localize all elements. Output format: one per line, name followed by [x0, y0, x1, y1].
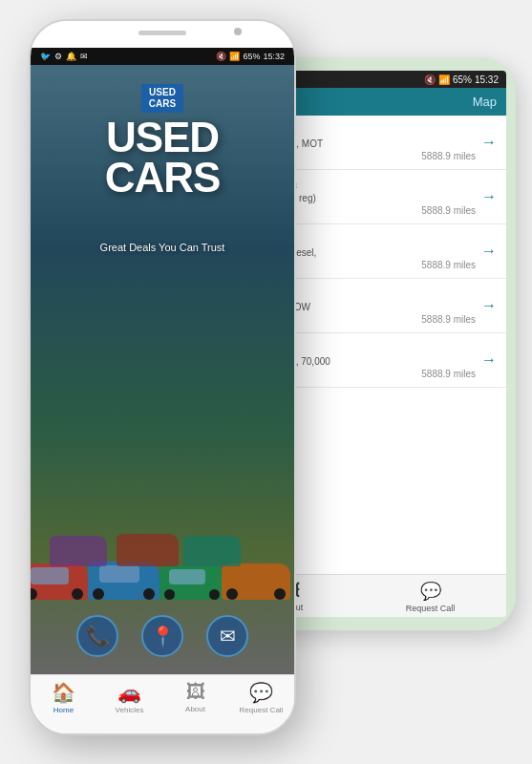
mute-icon: 🔇 — [424, 74, 436, 85]
car-item-arrow: → — [481, 134, 497, 151]
time-display: 15:32 — [475, 74, 499, 85]
gear-icon: ⚙ — [54, 52, 62, 61]
request-call-nav-label: Request Call — [240, 706, 284, 714]
about-nav-icon: 🖼 — [186, 681, 205, 703]
request-call-icon: 💬 — [420, 581, 441, 602]
logo-line1: USED — [149, 87, 176, 98]
mail-icon: ✉ — [80, 52, 88, 61]
battery-text: 65% — [453, 74, 472, 85]
hero-section: USED CARS USEDCARS Great Deals You Can T… — [31, 65, 294, 674]
vehicles-icon: 🚗 — [117, 681, 141, 704]
mute-status-icon: 🔇 — [216, 52, 226, 61]
hero-actions: 📞 📍 ✉ — [76, 615, 248, 657]
car-item-arrow: → — [481, 243, 497, 260]
speaker-grille — [138, 31, 186, 35]
front-camera — [234, 28, 242, 35]
hero-tagline: Great Deals You Can Trust — [100, 242, 225, 253]
home-label: Home — [53, 706, 74, 714]
nav-home[interactable]: 🏠 Home — [39, 681, 89, 714]
nav-vehicles[interactable]: 🚗 Vehicles — [105, 681, 155, 714]
twitter-icon: 🐦 — [40, 52, 51, 61]
phone-button[interactable]: 📞 — [76, 615, 118, 657]
hero-title: USEDCARS — [105, 117, 221, 198]
used-cars-logo: USED CARS — [141, 84, 183, 113]
car-item-arrow: → — [481, 351, 497, 369]
status-left: 🐦 ⚙ 🔔 ✉ — [40, 52, 88, 61]
clock: 15:32 — [263, 52, 285, 61]
phone-icon: 📞 — [86, 625, 110, 647]
email-button[interactable]: ✉ — [206, 615, 248, 657]
signal-icon: 📶 — [229, 52, 240, 61]
iphone-status-bar: 🐦 ⚙ 🔔 ✉ 🔇 📶 65% 15:32 — [31, 48, 294, 65]
scene: 🔇 📶 65% 15:32 Ford Map RS 2000 k, Blue, … — [0, 0, 532, 764]
map-link[interactable]: Map — [473, 95, 497, 109]
vehicles-label: Vehicles — [116, 706, 144, 714]
nav-about[interactable]: 🖼 About — [171, 681, 221, 713]
front-phone: 🐦 ⚙ 🔔 ✉ 🔇 📶 65% 15:32 — [29, 19, 296, 735]
location-icon: 📍 — [151, 625, 175, 647]
logo-line2: CARS — [149, 98, 176, 110]
status-right: 🔇 📶 65% 15:32 — [216, 52, 285, 61]
iphone-top — [31, 21, 294, 48]
car-item-arrow: → — [481, 297, 497, 314]
location-button[interactable]: 📍 — [141, 615, 183, 657]
back-tab-request-call[interactable]: 💬 Request Call — [406, 581, 456, 613]
request-call-label: Request Call — [406, 604, 456, 613]
home-icon: 🏠 — [52, 681, 75, 704]
nav-request-call[interactable]: 💬 Request Call — [237, 681, 287, 714]
wifi-icon: 📶 — [438, 74, 450, 85]
car-item-arrow: → — [481, 188, 497, 205]
iphone-screen: USED CARS USEDCARS Great Deals You Can T… — [31, 65, 294, 674]
battery-percent: 65% — [243, 52, 260, 61]
bell-icon: 🔔 — [66, 52, 76, 61]
iphone-nav: 🏠 Home 🚗 Vehicles 🖼 About 💬 Request Call — [31, 674, 294, 733]
status-icons: 🔇 📶 65% 15:32 — [424, 74, 499, 85]
request-call-nav-icon: 💬 — [249, 681, 273, 704]
about-nav-label: About — [185, 705, 205, 713]
email-icon: ✉ — [220, 625, 236, 647]
